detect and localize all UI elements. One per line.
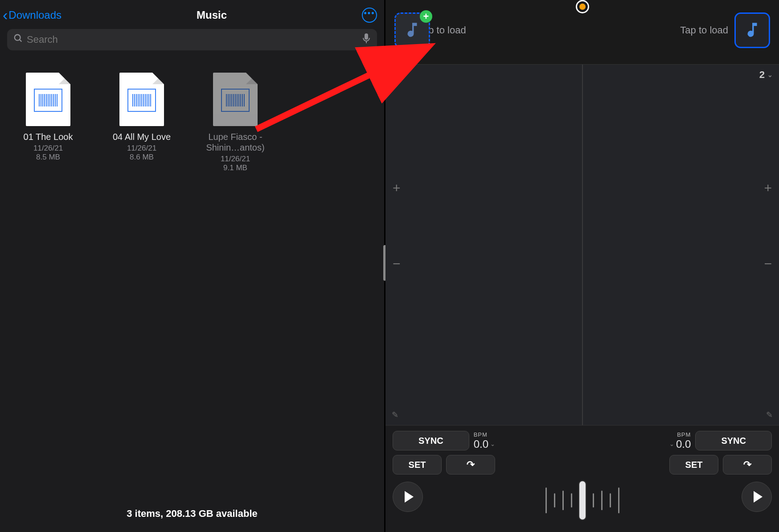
play-icon [405, 491, 414, 503]
back-label: Downloads [8, 9, 62, 21]
ellipsis-icon: ••• [364, 8, 375, 18]
edit-icon[interactable]: ✎ [760, 410, 779, 420]
more-options-button[interactable]: ••• [362, 8, 377, 23]
bpm-display[interactable]: BPM 0.0⌄ [474, 431, 495, 450]
crossfader-tick [610, 493, 611, 507]
play-icon [754, 491, 763, 503]
search-field[interactable] [7, 29, 377, 50]
crossfader-tick [554, 493, 555, 507]
loop-button[interactable]: ↷ [723, 455, 772, 475]
search-input[interactable] [27, 34, 362, 45]
chevron-down-icon: ⌄ [400, 71, 405, 78]
sync-button[interactable]: SYNC [695, 431, 772, 450]
file-grid: 01 The Look 11/26/21 8.5 MB 04 All My Lo… [0, 57, 384, 188]
deck-b[interactable]: 2 ⌄ + − ✎ [583, 65, 779, 425]
crossfader-tick [571, 493, 572, 507]
chevron-down-icon: ⌄ [669, 441, 674, 447]
deck-a-controls: SYNC BPM 0.0⌄ SET ↷ [393, 431, 495, 525]
set-cue-button[interactable]: SET [669, 455, 718, 475]
file-date: 11/26/21 [127, 144, 156, 153]
plus-badge-icon: + [420, 10, 432, 23]
svg-rect-2 [365, 33, 368, 40]
deck-number: 1 [392, 69, 397, 81]
zoom-in-icon[interactable]: + [757, 180, 779, 196]
file-name: 01 The Look [24, 131, 73, 142]
deck-a-load-area: + ap to load [394, 12, 466, 48]
crossfader-thumb[interactable] [579, 481, 586, 520]
zoom-out-icon[interactable]: − [757, 256, 779, 271]
dj-top-bar: + ap to load Tap to load [385, 0, 779, 64]
deck-a[interactable]: 1 ⌄ + − ✎ [385, 65, 582, 425]
deck-number: 2 [759, 69, 765, 81]
bpm-value: 0.0 [474, 438, 488, 450]
loop-button[interactable]: ↷ [446, 455, 495, 475]
record-indicator-icon[interactable] [576, 0, 589, 13]
deck-area: 1 ⌄ + − ✎ 2 ⌄ + − ✎ [385, 64, 779, 425]
deck-b-header[interactable]: 2 ⌄ [583, 65, 779, 85]
file-date: 11/26/21 [33, 144, 63, 153]
dj-pane: + ap to load Tap to load 1 ⌄ + [385, 0, 779, 532]
zoom-in-icon[interactable]: + [385, 180, 408, 196]
redo-icon: ↷ [467, 459, 475, 471]
file-size: 8.6 MB [130, 153, 154, 162]
file-item[interactable]: 04 All My Love 11/26/21 8.6 MB [102, 73, 182, 162]
chevron-left-icon: ‹ [3, 6, 8, 24]
file-size: 8.5 MB [36, 153, 60, 162]
edit-icon[interactable]: ✎ [385, 410, 405, 420]
search-icon [13, 33, 23, 46]
chevron-down-icon: ⌄ [490, 441, 495, 447]
svg-point-0 [15, 35, 20, 41]
crossfader-tick [562, 491, 564, 510]
audio-file-icon [26, 73, 70, 126]
deck-b-load-button[interactable] [734, 12, 770, 48]
files-header: ‹ Downloads Music ••• [0, 0, 384, 26]
file-size: 9.1 MB [223, 164, 247, 172]
file-name: 04 All My Love [113, 131, 171, 142]
bpm-display[interactable]: BPM ⌄0.0 [669, 431, 691, 450]
file-item-dragging[interactable]: Lupe Fiasco - Shinin…antos) 11/26/21 9.1… [195, 73, 275, 172]
microphone-icon[interactable] [362, 33, 371, 46]
search-wrap [0, 26, 384, 57]
folder-title: Music [62, 9, 362, 21]
play-button[interactable] [742, 482, 772, 512]
bpm-label: BPM [474, 431, 488, 438]
back-button[interactable]: ‹ Downloads [3, 6, 62, 24]
deck-a-header[interactable]: 1 ⌄ [385, 65, 582, 85]
audio-file-icon [213, 73, 258, 126]
tap-to-load-label: Tap to load [680, 25, 728, 36]
deck-b-controls: BPM ⌄0.0 SYNC SET ↷ [669, 431, 772, 525]
files-pane: ‹ Downloads Music ••• 01 The Look 11/2 [0, 0, 385, 532]
deck-b-load-area: Tap to load [680, 12, 770, 48]
crossfader[interactable] [545, 481, 619, 520]
audio-file-icon [119, 73, 164, 126]
deck-a-load-button[interactable]: + [394, 12, 430, 48]
svg-line-1 [20, 40, 22, 42]
chevron-down-icon: ⌄ [767, 71, 773, 78]
crossfader-tick [545, 487, 547, 513]
sync-button[interactable]: SYNC [393, 431, 469, 450]
file-item[interactable]: 01 The Look 11/26/21 8.5 MB [8, 73, 88, 162]
crossfader-tick [618, 487, 619, 513]
file-date: 11/26/21 [221, 155, 250, 164]
set-cue-button[interactable]: SET [393, 455, 442, 475]
files-status-footer: 3 items, 208.13 GB available [0, 508, 384, 520]
redo-icon: ↷ [743, 459, 751, 471]
file-name: Lupe Fiasco - Shinin…antos) [195, 131, 275, 153]
play-button[interactable] [393, 482, 423, 512]
bpm-value: 0.0 [676, 438, 691, 450]
music-note-icon [403, 20, 422, 41]
music-note-icon [743, 20, 762, 41]
crossfader-tick [601, 491, 603, 510]
zoom-out-icon[interactable]: − [385, 256, 408, 271]
bpm-label: BPM [677, 431, 691, 438]
dj-controls: SYNC BPM 0.0⌄ SET ↷ BPM ⌄0.0 [385, 425, 779, 532]
crossfader-tick [593, 493, 594, 507]
